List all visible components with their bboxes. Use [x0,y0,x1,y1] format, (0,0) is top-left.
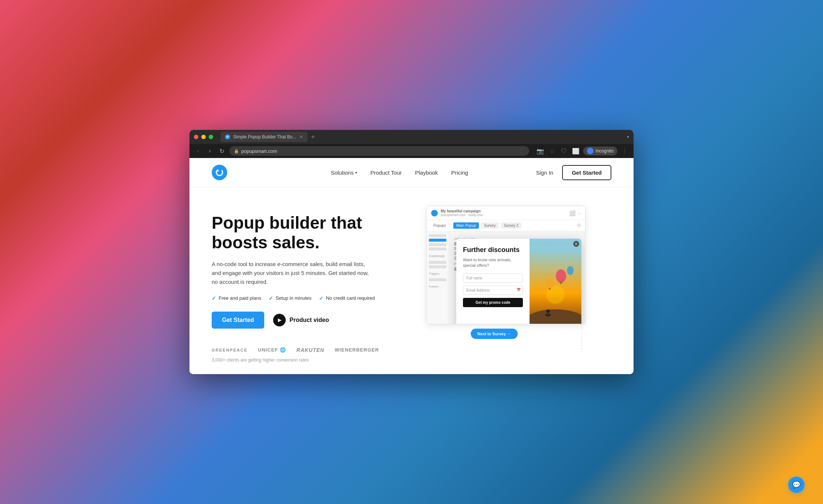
check-item-3: ✓ No credit card required [319,295,375,301]
back-button[interactable]: ‹ [194,147,202,155]
customize-label: Customize [429,254,446,258]
screenshot-site-info: My beautiful campaign popupsmart.com · n… [441,209,483,217]
chat-widget-button[interactable]: 💬 [788,477,804,493]
dashed-line-decoration [571,324,593,354]
sidebar-item-3 [429,243,446,246]
more-options-icon[interactable]: ⋮ [620,147,629,155]
logo[interactable] [212,165,227,180]
settings-icon[interactable]: ⚙ [577,222,581,229]
brand-logos-row: GREENPEACE unicef 🌐 Rakuten wienerberger [212,347,404,353]
survey-tab[interactable]: Survey [481,222,498,229]
checkmark-icon-1: ✓ [212,295,216,301]
popup-name-input[interactable]: Full name [463,273,523,283]
popup-image-panel: ✕ [530,239,581,324]
check-item-2: ✓ Setup in minutes [269,295,312,301]
hero-headline: Popup builder that boosts sales. [212,213,404,252]
tab-dropdown-button[interactable]: ▾ [627,134,629,140]
profile-label: Incognito [595,148,614,154]
sidebar-item-5 [429,261,446,264]
wienerberger-logo: wienerberger [335,347,379,353]
page-content: Solutions ▾ Product Tour Playbook Pricin… [189,158,634,374]
sidebar-item-1 [429,234,446,237]
tab-close-button[interactable]: ✕ [299,134,303,140]
check-label-3: No credit card required [326,295,375,301]
screenshot-header: My beautiful campaign popupsmart.com · n… [427,206,585,220]
svg-rect-4 [560,282,562,284]
nav-product-tour[interactable]: Product Tour [370,169,402,176]
hero-right: My beautiful campaign popupsmart.com · n… [426,206,611,354]
nav-pricing[interactable]: Pricing [451,169,468,176]
product-video-button[interactable]: ▶ Product video [273,314,329,326]
forward-button[interactable]: › [206,147,214,155]
unicef-logo: unicef 🌐 [258,347,286,353]
nav-links: Solutions ▾ Product Tour Playbook Pricin… [331,169,536,176]
popup-close-button[interactable]: ✕ [573,241,579,247]
profile-avatar [587,148,594,154]
nav-playbook[interactable]: Playbook [415,169,438,176]
screenshot-body: Customize Triggers Publish OPT COLUMN [427,231,585,324]
traffic-light-yellow[interactable] [201,135,206,139]
sign-in-link[interactable]: Sign In [536,169,553,176]
traffic-light-green[interactable] [209,135,213,139]
screenshot-logo [431,210,438,216]
resize-icon[interactable]: ⬜ [569,210,575,216]
main-popup-tab[interactable]: Main Popup [453,222,479,229]
popup-left: Further discounts Want to know new arriv… [456,239,530,324]
refresh-button[interactable]: ↻ [218,147,226,155]
profile-button[interactable]: Incognito [583,147,617,155]
greenpeace-logo: GREENPEACE [212,348,248,352]
rakuten-logo: Rakuten [296,347,324,353]
sidebar-item-2[interactable] [429,239,446,242]
navbar: Solutions ▾ Product Tour Playbook Pricin… [189,158,634,187]
hero-subtext: A no-code tool to increase e-commerce sa… [212,260,374,286]
svg-rect-6 [549,288,551,290]
active-tab[interactable]: P Simple Popup Builder That Bo... ✕ [221,132,308,142]
split-view-icon[interactable]: ⬜ [571,147,580,155]
get-started-nav-button[interactable]: Get Started [562,165,611,180]
check-label-1: Free and paid plans [219,295,261,301]
play-icon: ▶ [273,314,286,326]
product-video-label: Product video [289,317,329,323]
sidebar-item-6 [429,265,446,268]
traffic-light-red[interactable] [194,135,198,139]
cta-row: Get Started ▶ Product video [212,312,404,329]
checkmark-icon-3: ✓ [319,295,323,301]
logo-dot [216,169,219,172]
sidebar-item-7 [429,278,446,281]
camera-icon[interactable]: 📷 [536,147,545,155]
product-screenshot: My beautiful campaign popupsmart.com · n… [426,206,585,324]
check-label-2: Setup in minutes [276,295,312,301]
svg-point-7 [567,266,574,275]
survey-2-tab[interactable]: Survey 2 [501,222,521,229]
nav-actions: Sign In Get Started [536,165,611,180]
get-started-hero-button[interactable]: Get Started [212,312,264,329]
nav-solutions[interactable]: Solutions ▾ [331,169,357,176]
svg-point-5 [546,278,554,289]
chat-icon: 💬 [792,481,800,489]
popup-desc: Want to know new arrivals, special offer… [463,257,523,269]
hero-left: Popup builder that boosts sales. A no-co… [212,206,404,363]
sidebar-item-4 [429,248,446,251]
lock-icon: 🔒 [234,149,239,154]
popup-email-input[interactable]: Email Address [463,286,523,295]
url-text: popupsmart.com [241,148,277,154]
clients-count: 3,000+ clients are getting higher conver… [212,357,404,363]
svg-point-3 [556,269,566,283]
popup-image [530,239,581,324]
screenshot-sidebar: Customize Triggers Publish [427,231,449,324]
publish-label: Publish [429,285,446,288]
popups-tab-label: Popups [430,222,449,229]
minimize-icon[interactable]: – [578,210,581,216]
address-bar[interactable]: 🔒 popupsmart.com [229,146,529,156]
check-item-1: ✓ Free and paid plans [212,295,261,301]
bookmark-icon[interactable]: ☆ [548,147,557,155]
shield-icon[interactable]: 🛡 [560,147,568,155]
triggers-label: Triggers [429,272,446,275]
popup-cta-button[interactable]: Get my promo code [463,298,523,307]
svg-point-9 [546,309,550,313]
browser-titlebar: P Simple Popup Builder That Bo... ✕ + ▾ [189,130,634,144]
tab-favicon: P [225,134,230,140]
hero-section: Popup builder that boosts sales. A no-co… [189,187,634,374]
new-tab-button[interactable]: + [309,134,318,140]
next-to-survey-button[interactable]: Next to Survey → [471,329,518,339]
